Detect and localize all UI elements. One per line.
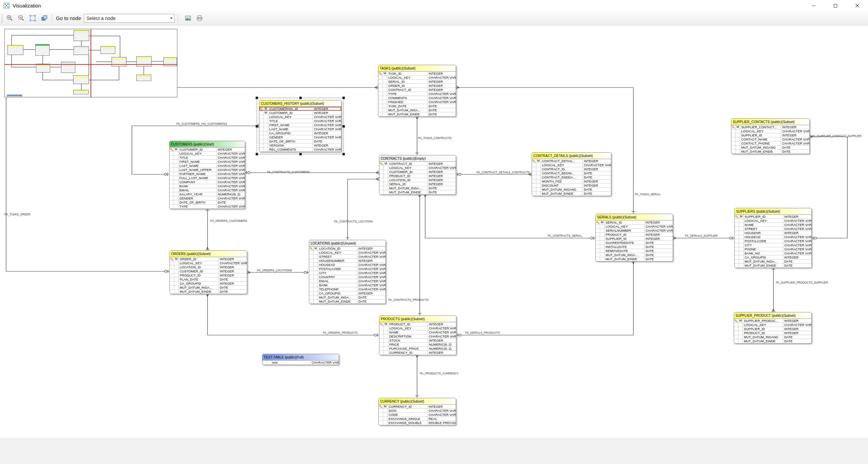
minimap-table-header: [36, 44, 49, 46]
selection-handle[interactable]: [342, 125, 345, 128]
chevron-down-icon: [170, 17, 173, 19]
table-node-tasks[interactable]: TASKS (public)(Subset)MTASK_IDINTEGERLOG…: [378, 65, 456, 117]
maximize-button[interactable]: [825, 0, 846, 11]
table-column-row: NAMECHARACTER VAR: [379, 330, 456, 334]
column-type: INTEGER: [427, 405, 456, 408]
key-cell: [379, 343, 384, 346]
table-column-row: TYPECHARACTER VAR: [170, 205, 245, 209]
primary-key-icon: [170, 148, 174, 151]
table-column-row: MUT_DATUM_INGANGDATE: [532, 188, 611, 192]
table-column-row: PRODUCT_IDINTEGER: [379, 174, 456, 178]
column-name: CITY: [744, 243, 783, 247]
table-column-row: DATE_OF_BIRTHDATE: [170, 200, 245, 205]
column-name: GUARENTEEDATE: [605, 241, 644, 245]
overview-button[interactable]: [39, 14, 49, 23]
table-node-orders[interactable]: ORDERS (public)(Subset)MORDER_IDINTEGERL…: [170, 250, 247, 294]
table-node-serials[interactable]: SERIALS (public)(Subset)MSERIAL_IDINTEGE…: [595, 214, 673, 262]
key-cell: [596, 241, 600, 245]
table-node-products[interactable]: PRODUCTS (public)(Subset)MPRODUCT_IDINTE…: [379, 315, 456, 355]
table-column-row: EXCHANGE_DOUBLEDOUBLE PRECISI: [379, 421, 456, 425]
print-button[interactable]: [195, 14, 204, 23]
selection-handle[interactable]: [299, 153, 302, 155]
mandatory-cell: [384, 334, 388, 338]
table-node-currency[interactable]: CURRENCY (public)(Subset)MCURRENCY_IDINT…: [378, 398, 456, 425]
table-node-suppliers[interactable]: SUPPLIERS (public)(Subset)MSUPPLIER_IDIN…: [734, 208, 812, 268]
column-type: INTEGER: [783, 255, 811, 259]
column-type: INTEGER: [583, 167, 611, 171]
table-column-row: LOGICAL_KEYCHARACTER VAR: [532, 163, 611, 167]
key-cell: [170, 188, 174, 192]
minimap-table: [74, 46, 89, 55]
selection-handle[interactable]: [342, 153, 345, 155]
visualization-window: Visualization: [0, 0, 868, 464]
toolbar: Go to node Select a node: [0, 11, 868, 25]
minimap-crosshair-vertical: [91, 29, 91, 97]
mandatory-cell: [384, 330, 388, 334]
key-cell: [378, 76, 383, 79]
key-cell: [259, 127, 264, 131]
mandatory-cell: [600, 241, 605, 245]
table-node-customers[interactable]: CUSTOMERS (public)(Start)MCUSTOMER_IDINT…: [169, 141, 245, 209]
column-type: CHARACTER VAR: [427, 100, 456, 104]
titlebar: Visualization: [0, 0, 868, 11]
column-type: CHARACTER VAR: [427, 166, 456, 170]
table-node-contracts[interactable]: CONTRACTS (public)(Empty)MCONTRACT_IDINT…: [379, 155, 456, 195]
selection-handle[interactable]: [256, 125, 258, 128]
column-type: DATE: [583, 175, 611, 179]
table-node-customers_history[interactable]: CUSTOMERS_HISTORY (public)(Subset)MCUSTO…: [259, 100, 341, 152]
toolbar-separator: [178, 14, 178, 23]
mandatory-cell: [314, 267, 318, 271]
node-selector[interactable]: Select a node: [84, 14, 175, 23]
toolbar-grip[interactable]: [2, 14, 3, 23]
column-name: SIGN: [388, 409, 427, 412]
table-column-row: LOCATION_IDINTEGER: [170, 265, 247, 269]
column-type: DATE: [313, 139, 341, 143]
fit-to-window-button[interactable]: [28, 14, 37, 23]
table-node-locations[interactable]: LOCATIONS (public)(Unused)MLOCATION_IDIN…: [309, 240, 386, 304]
table-column-row: GENDERCHARACTER VAR: [170, 196, 245, 200]
column-name: PLAN_DATE: [179, 277, 218, 281]
key-cell: [309, 267, 314, 271]
table-node-supplier_product[interactable]: SUPPLIER_PRODUCT (public)(Subset)MSUPPLI…: [734, 312, 812, 344]
key-cell: [532, 167, 536, 171]
export-image-button[interactable]: [183, 14, 193, 23]
mandatory-cell: [536, 183, 541, 187]
column-name: LOGICAL_KEY: [388, 326, 428, 330]
table-column-row: HOUSEADCHARACTER VAR: [735, 235, 811, 239]
mandatory-cell: [314, 295, 318, 299]
column-type: CHARACTER VAR: [313, 115, 341, 119]
column-name: MUT_DATUM_EINDE: [744, 264, 783, 268]
table-node-contract_details[interactable]: CONTRACT_DETAILS (public)(Subset)MCONTRA…: [532, 152, 611, 196]
table-column-row: MTASK_IDINTEGER: [378, 72, 456, 76]
key-cell: [735, 231, 739, 235]
close-icon: [855, 3, 860, 8]
key-cell: [379, 174, 384, 178]
mandatory-cell: [739, 219, 744, 223]
mandatory-cell: [384, 174, 388, 178]
selection-handle[interactable]: [256, 153, 258, 155]
overview-minimap[interactable]: [4, 29, 177, 97]
combo-dropdown-button[interactable]: [169, 14, 174, 22]
selection-handle[interactable]: [342, 97, 345, 99]
zoom-in-button[interactable]: [5, 14, 14, 23]
column-name: HOUSEAD: [744, 235, 783, 239]
close-button[interactable]: [846, 0, 868, 11]
column-type: CHARACTER VAR: [781, 129, 809, 133]
column-type: CHARACTER VAR: [216, 176, 245, 180]
key-cell: [170, 286, 174, 289]
column-name: MUT_DATUM_INGANG: [743, 335, 783, 339]
table-node-test_table[interactable]: TEST-TABLE (public)(Full)testCHARACTER V…: [262, 354, 339, 365]
mandatory-cell: [174, 176, 178, 180]
table-column-row: MUT_DATUM_EINDEDATE: [596, 257, 673, 261]
minimize-button[interactable]: [803, 0, 825, 11]
zoom-out-button[interactable]: [16, 14, 26, 23]
column-type: DATE: [427, 108, 456, 112]
key-cell: [170, 184, 174, 188]
key-cell: [735, 235, 739, 239]
selection-handle[interactable]: [256, 97, 258, 99]
column-name: STOCK: [388, 339, 428, 342]
key-cell: [532, 163, 536, 167]
mandatory-cell: [174, 200, 178, 204]
selection-handle[interactable]: [299, 97, 302, 99]
table-node-supplier_contacts[interactable]: SUPPLIER_CONTACTS (public)(Subset)MSUPPL…: [731, 118, 810, 154]
